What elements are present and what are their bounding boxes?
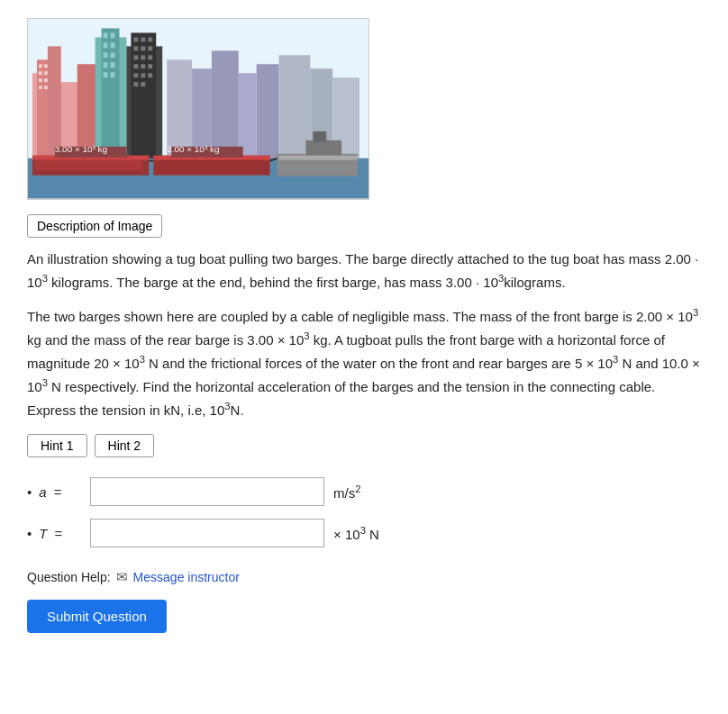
svg-rect-64 xyxy=(279,156,359,160)
svg-rect-11 xyxy=(44,78,48,82)
svg-rect-33 xyxy=(148,46,152,50)
svg-rect-32 xyxy=(141,46,145,50)
svg-rect-25 xyxy=(111,72,115,77)
svg-rect-35 xyxy=(141,55,145,59)
svg-rect-41 xyxy=(141,73,145,77)
svg-rect-62 xyxy=(305,140,341,156)
svg-rect-50 xyxy=(279,55,311,167)
svg-rect-29 xyxy=(141,37,145,41)
message-envelope-icon: ✉ xyxy=(116,569,128,585)
bullet-t: • xyxy=(27,526,32,541)
acceleration-row: • a = m/s2 xyxy=(27,477,701,506)
svg-rect-18 xyxy=(104,42,108,48)
svg-rect-37 xyxy=(133,64,138,68)
svg-rect-12 xyxy=(39,86,42,89)
svg-rect-42 xyxy=(148,73,152,77)
svg-rect-44 xyxy=(141,82,145,86)
svg-rect-27 xyxy=(131,32,156,167)
svg-rect-36 xyxy=(148,55,152,59)
svg-rect-6 xyxy=(39,64,42,68)
acceleration-unit: m/s2 xyxy=(333,484,360,501)
tension-row: • T = × 103 N xyxy=(27,519,701,547)
svg-rect-19 xyxy=(111,42,115,48)
svg-rect-49 xyxy=(257,64,279,167)
svg-rect-7 xyxy=(44,64,48,68)
submit-button[interactable]: Submit Question xyxy=(27,600,167,633)
svg-rect-34 xyxy=(133,55,138,59)
problem-image: 3.00 × 10³ kg 2.00 × 10³ kg xyxy=(27,18,369,200)
svg-rect-13 xyxy=(44,86,48,89)
hint1-button[interactable]: Hint 1 xyxy=(27,434,87,457)
problem-paragraph-2: The two barges shown here are coupled by… xyxy=(27,304,701,421)
message-instructor-link[interactable]: Message instructor xyxy=(133,570,240,584)
svg-rect-31 xyxy=(133,46,138,50)
inputs-section: • a = m/s2 • T = × 103 N xyxy=(27,477,701,547)
svg-text:2.00 × 10³ kg: 2.00 × 10³ kg xyxy=(167,144,219,154)
svg-rect-20 xyxy=(104,52,108,58)
svg-rect-10 xyxy=(39,78,42,82)
acceleration-input[interactable] xyxy=(90,477,324,506)
var-t: T xyxy=(39,526,47,541)
bullet-a: • xyxy=(27,484,32,500)
problem-text: An illustration showing a tug boat pulli… xyxy=(27,249,701,421)
svg-rect-17 xyxy=(111,32,115,38)
question-help-section: Question Help: ✉ Message instructor xyxy=(27,569,701,585)
description-button[interactable]: Description of Image xyxy=(27,214,162,238)
svg-rect-38 xyxy=(141,64,145,68)
tension-label: • T = xyxy=(27,526,90,541)
tension-unit: × 103 N xyxy=(333,525,379,542)
hints-row: Hint 1 Hint 2 xyxy=(27,434,701,457)
equals-t: = xyxy=(50,526,62,541)
tension-input[interactable] xyxy=(90,519,324,547)
svg-rect-22 xyxy=(104,62,108,68)
svg-rect-23 xyxy=(111,62,115,68)
svg-rect-43 xyxy=(133,82,138,86)
hint2-button[interactable]: Hint 2 xyxy=(95,434,155,457)
acceleration-label: • a = xyxy=(27,484,90,500)
svg-rect-24 xyxy=(104,72,108,77)
svg-rect-9 xyxy=(44,71,48,75)
var-a: a xyxy=(39,484,46,500)
svg-rect-63 xyxy=(313,131,326,142)
question-help-label: Question Help: xyxy=(27,570,111,584)
svg-text:3.00 × 10³ kg: 3.00 × 10³ kg xyxy=(55,144,107,154)
svg-rect-21 xyxy=(111,52,115,58)
equals-a: = xyxy=(50,484,62,500)
svg-rect-56 xyxy=(35,160,142,171)
problem-paragraph-1: An illustration showing a tug boat pulli… xyxy=(27,249,701,294)
svg-rect-28 xyxy=(133,37,138,41)
svg-rect-39 xyxy=(148,64,152,68)
svg-rect-40 xyxy=(133,73,138,77)
svg-rect-8 xyxy=(39,71,42,75)
svg-rect-16 xyxy=(104,32,108,38)
svg-rect-30 xyxy=(148,37,152,41)
